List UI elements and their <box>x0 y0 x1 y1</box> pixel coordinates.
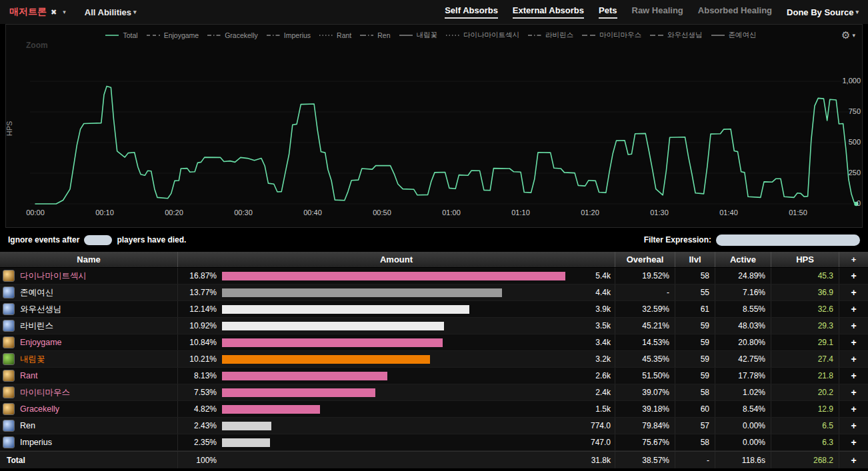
filter-expression-input[interactable] <box>716 235 860 246</box>
legend-item-7[interactable]: 다이나마이트섹시 <box>445 31 519 40</box>
legend-item-6[interactable]: 내림꽃 <box>399 31 438 40</box>
hps-cell: 6.3 <box>771 434 839 450</box>
legend-line-sample <box>649 33 664 38</box>
y-axis-tick: 1,000 <box>833 77 861 85</box>
player-name[interactable]: 다이나마이트섹시 <box>20 270 87 282</box>
expand-row-button[interactable]: + <box>839 351 868 367</box>
table-total-row: Total 100% 31.8k 38.57% - 118.6s 268.2 + <box>0 451 868 468</box>
table-row[interactable]: 라비린스 10.92% 3.5k 45.21% 59 48.03% 29.3 + <box>0 318 868 334</box>
player-name-cell[interactable]: Enjoygame <box>0 334 177 350</box>
priest-class-icon <box>3 420 15 432</box>
tab-absorbed-healing[interactable]: Absorbed Healing <box>698 5 772 19</box>
done-by-source-dropdown[interactable]: Done By Source ▾ <box>787 7 859 17</box>
amount-cell: 16.87% 5.4k <box>177 268 615 284</box>
table-row[interactable]: 내림꽃 10.21% 3.2k 45.35% 59 42.75% 27.4 + <box>0 351 868 368</box>
column-header-name[interactable]: Name <box>0 252 177 267</box>
y-axis-title: HPS <box>5 121 13 137</box>
expand-row-button[interactable]: + <box>839 301 868 317</box>
column-header-overheal[interactable]: Overheal <box>615 252 675 267</box>
column-header-active[interactable]: Active <box>715 252 771 267</box>
player-name-cell[interactable]: Imperius <box>0 434 177 450</box>
table-row[interactable]: Imperius 2.35% 747.0 75.67% 58 0.00% 6.3… <box>0 434 868 451</box>
amount-bar-track <box>222 322 565 330</box>
player-name-cell[interactable]: 존예여신 <box>0 284 177 300</box>
hps-cell: 12.9 <box>771 401 839 417</box>
player-name[interactable]: 마이티마우스 <box>20 387 70 398</box>
table-row[interactable]: 존예여신 13.77% 4.4k - 55 7.16% 36.9 + <box>0 284 868 301</box>
hps-line-chart[interactable] <box>25 53 862 213</box>
expand-row-button[interactable]: + <box>839 401 868 417</box>
legend-item-8[interactable]: 라비린스 <box>527 31 573 40</box>
x-axis-tick: 00:30 <box>234 209 253 217</box>
amount-percent: 10.84% <box>178 338 217 347</box>
expand-row-button[interactable]: + <box>839 284 868 300</box>
column-header-ilvl[interactable]: Ilvl <box>675 252 715 267</box>
amount-bar <box>222 405 320 414</box>
close-icon[interactable]: ✖ <box>51 8 57 17</box>
player-name[interactable]: 라비린스 <box>20 320 53 332</box>
player-name[interactable]: Rant <box>20 371 37 380</box>
expand-row-button[interactable]: + <box>839 318 868 334</box>
amount-cell: 4.82% 1.5k <box>177 401 615 417</box>
expand-row-button[interactable]: + <box>839 434 868 450</box>
player-name[interactable]: 와우선생님 <box>20 304 62 315</box>
legend-item-5[interactable]: Ren <box>359 31 390 39</box>
player-name-cell[interactable]: 내림꽃 <box>0 351 177 367</box>
ilvl-cell: 60 <box>675 401 715 417</box>
legend-label: Ren <box>377 31 390 39</box>
x-axis-tick: 00:10 <box>95 209 114 217</box>
player-name-cell[interactable]: 라비린스 <box>0 318 177 334</box>
table-row[interactable]: Enjoygame 10.84% 3.4k 14.53% 59 20.80% 2… <box>0 334 868 351</box>
table-row[interactable]: Rant 8.13% 2.6k 51.50% 59 17.78% 21.8 + <box>0 368 868 384</box>
player-name[interactable]: Imperius <box>20 438 52 447</box>
expand-row-button[interactable]: + <box>839 384 868 400</box>
player-name[interactable]: Gracekelly <box>20 404 59 414</box>
abilities-filter-dropdown[interactable]: All Abilities ▾ <box>85 7 137 17</box>
tab-pets[interactable]: Pets <box>599 5 617 19</box>
player-name-cell[interactable]: Ren <box>0 418 177 434</box>
legend-item-10[interactable]: 와우선생님 <box>649 31 703 40</box>
table-row[interactable]: 와우선생님 12.14% 3.9k 32.59% 61 8.55% 32.6 + <box>0 301 868 318</box>
expand-row-button[interactable]: + <box>839 268 868 284</box>
player-name[interactable]: 내림꽃 <box>20 354 45 365</box>
deaths-count-input[interactable] <box>84 235 112 245</box>
player-name-cell[interactable]: 와우선생님 <box>0 301 177 317</box>
player-name[interactable]: Enjoygame <box>20 338 62 347</box>
player-name[interactable]: 존예여신 <box>20 287 53 298</box>
table-row[interactable]: 마이티마우스 7.53% 2.4k 39.07% 58 1.02% 20.2 + <box>0 384 868 401</box>
player-name-cell[interactable]: Rant <box>0 368 177 384</box>
expand-row-button[interactable]: + <box>839 368 868 384</box>
expand-total-button[interactable]: + <box>839 452 868 468</box>
legend-item-2[interactable]: Gracekelly <box>207 31 258 39</box>
tab-self-absorbs[interactable]: Self Absorbs <box>445 5 498 19</box>
paladin-class-icon <box>3 370 15 382</box>
tab-external-absorbs[interactable]: External Absorbs <box>513 5 584 19</box>
legend-item-3[interactable]: Imperius <box>266 31 311 39</box>
amount-cell: 2.43% 774.0 <box>177 418 615 434</box>
chart-settings-button[interactable]: ⚙ ▾ <box>841 29 855 41</box>
boss-filter-dropdown[interactable]: 매저트론 ✖ ▾ <box>9 6 66 18</box>
amount-bar-track <box>222 372 565 380</box>
player-name-cell[interactable]: Gracekelly <box>0 401 177 417</box>
priest-class-icon <box>3 436 15 448</box>
legend-item-0[interactable]: Total <box>105 31 137 39</box>
column-header-plus[interactable]: + <box>839 252 868 267</box>
column-header-hps[interactable]: HPS <box>771 252 839 267</box>
expand-row-button[interactable]: + <box>839 418 868 434</box>
player-name-cell[interactable]: 다이나마이트섹시 <box>0 268 177 284</box>
column-header-amount[interactable]: Amount <box>177 252 615 267</box>
total-percent: 100% <box>178 456 217 465</box>
legend-item-1[interactable]: Enjoygame <box>146 31 199 39</box>
expand-row-button[interactable]: + <box>839 334 868 350</box>
tab-raw-healing[interactable]: Raw Healing <box>632 5 683 19</box>
player-name[interactable]: Ren <box>20 421 35 430</box>
legend-item-4[interactable]: Rant <box>319 31 351 39</box>
legend-item-9[interactable]: 마이티마우스 <box>581 31 641 40</box>
amount-percent: 10.21% <box>178 354 217 364</box>
player-name-cell[interactable]: 마이티마우스 <box>0 384 177 400</box>
table-row[interactable]: 다이나마이트섹시 16.87% 5.4k 19.52% 58 24.89% 45… <box>0 268 868 284</box>
legend-item-11[interactable]: 존예여신 <box>711 31 757 40</box>
amount-cell: 8.13% 2.6k <box>177 368 615 384</box>
table-row[interactable]: Ren 2.43% 774.0 79.84% 57 0.00% 6.5 + <box>0 418 868 434</box>
table-row[interactable]: Gracekelly 4.82% 1.5k 39.18% 60 8.54% 12… <box>0 401 868 418</box>
